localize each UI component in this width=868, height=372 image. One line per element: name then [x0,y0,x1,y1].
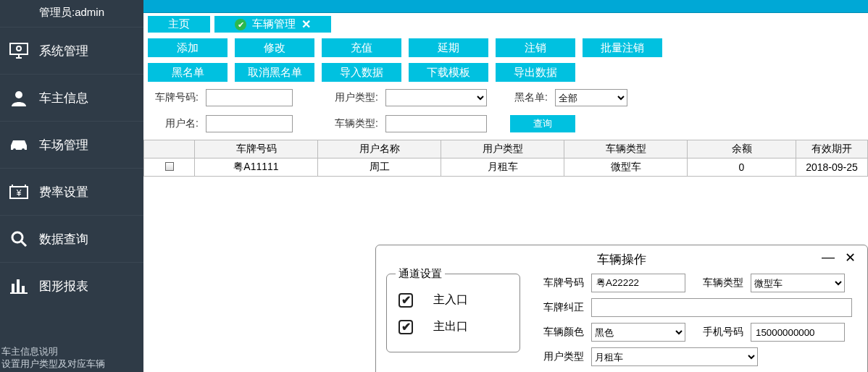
cancel-button[interactable]: 注销 [496,38,575,57]
sidebar-item-parking[interactable]: 车场管理 [0,121,143,168]
vehicle-type-input[interactable] [385,115,487,132]
car-icon [9,136,29,153]
plate-label: 车牌号码: [151,91,201,104]
sidebar-item-system[interactable]: 系统管理 [0,27,143,74]
cell-valid: 2018-09-25 [796,158,868,177]
dlg-correct-input[interactable] [591,298,852,317]
recharge-button[interactable]: 充值 [322,38,401,57]
dlg-vtype-select[interactable]: 微型车 [751,274,845,292]
chart-icon [9,277,29,295]
cell-user: 周工 [318,158,441,177]
download-template-button[interactable]: 下载模板 [409,63,488,82]
row-select-cell[interactable] [144,158,195,177]
batch-cancel-button[interactable]: 批量注销 [583,38,662,57]
tab-home[interactable]: 主页 [148,16,210,33]
import-button[interactable]: 导入数据 [322,63,401,82]
monitor-icon [9,42,29,59]
dlg-vtype-label: 车辆类型 [693,276,743,289]
content-area: 主页 ✔ 车辆管理 ✕ 添加 修改 充值 延期 注销 批量注销 黑名单 取消黑名… [143,13,868,372]
sidebar-item-owner[interactable]: 车主信息 [0,74,143,121]
svg-point-11 [12,232,22,242]
svg-text:¥: ¥ [16,188,22,198]
sidebar-item-query[interactable]: 数据查询 [0,215,143,262]
sidebar-item-label: 系统管理 [39,43,88,59]
close-icon[interactable]: ✕ [845,250,856,266]
plate-input[interactable] [206,89,293,106]
svg-point-1 [17,46,21,51]
sidebar: 管理员:admin 系统管理 车主信息 车场管理 ¥ 费率设置 数据查询 图形报… [0,0,143,372]
tabs-row: 主页 ✔ 车辆管理 ✕ [143,13,868,35]
dialog-title: 车辆操作 [597,253,646,266]
dlg-utype-select[interactable]: 月租车 [591,347,758,366]
dlg-phone-input[interactable] [751,323,845,342]
remove-blacklist-button[interactable]: 取消黑名单 [235,63,314,82]
dlg-plate-input[interactable] [591,274,685,292]
col-valid: 有效期开 [796,140,868,158]
svg-rect-16 [22,286,25,292]
checkbox-out[interactable]: ✔ [398,320,413,334]
svg-point-5 [13,148,16,151]
user-type-label: 用户类型: [330,91,381,104]
vehicle-op-dialog: 车辆操作 — ✕ 通道设置 ✔ 主入口 ✔ 主出口 [375,245,868,372]
blacklist-button[interactable]: 黑名单 [148,63,228,82]
export-button[interactable]: 导出数据 [496,63,575,82]
user-type-select[interactable] [385,89,487,106]
dlg-utype-label: 用户类型 [533,350,584,363]
edit-button[interactable]: 修改 [235,38,314,57]
action-row-2: 黑名单 取消黑名单 导入数据 下载模板 导出数据 [143,60,868,85]
minimize-icon[interactable]: — [822,250,835,266]
dlg-plate-label: 车牌号码 [533,276,584,289]
channel-title: 通道设置 [396,267,445,281]
svg-rect-14 [12,284,14,292]
sidebar-item-label: 车主信息 [39,90,88,106]
dlg-phone-label: 手机号码 [693,326,743,339]
svg-rect-13 [10,292,28,294]
svg-line-12 [21,241,26,246]
row-checkbox[interactable] [165,162,174,171]
sidebar-item-rate[interactable]: ¥ 费率设置 [0,168,143,215]
col-utype: 用户类型 [441,140,564,158]
sidebar-footer: 车主信息说明 设置用户类型及对应车辆 [0,344,107,372]
channel-in-label: 主入口 [433,292,468,308]
add-button[interactable]: 添加 [148,38,228,57]
tab-vehicle-mgmt[interactable]: ✔ 车辆管理 ✕ [214,16,331,33]
svg-point-6 [22,148,25,151]
channel-out-row[interactable]: ✔ 主出口 [396,313,511,340]
filter-row-1: 车牌号码: 用户类型: 黑名单: 全部 [143,85,868,111]
dlg-correct-label: 车牌纠正 [533,301,584,314]
filter-row-2: 用户名: 车辆类型: 查询 [143,111,868,137]
username-input[interactable] [206,115,293,132]
dialog-form: 车牌号码 车辆类型 微型车 车牌纠正 车辆颜色 黑色 手机号码 用户类型 [533,274,857,372]
channel-in-row[interactable]: ✔ 主入口 [396,287,511,313]
footer-line1: 车主信息说明 [1,346,105,358]
blacklist-label: 黑名单: [510,91,551,104]
checkbox-in[interactable]: ✔ [398,293,413,308]
cell-plate: 粤A11111 [195,158,318,177]
dialog-title-row: 车辆操作 — ✕ [386,250,857,274]
blacklist-select[interactable]: 全部 [555,89,627,106]
username-label: 用户名: [151,117,201,130]
col-select [144,140,195,158]
tab-label: 主页 [168,17,190,31]
query-button[interactable]: 查询 [510,115,575,132]
table-row[interactable]: 粤A11111 周工 月租车 微型车 0 2018-09-25 [144,158,868,177]
vehicle-type-label: 车辆类型: [330,117,381,130]
col-vtype: 车辆类型 [564,140,688,158]
extend-button[interactable]: 延期 [409,38,488,57]
grid-header-row: 车牌号码 用户名称 用户类型 车辆类型 余额 有效期开 [144,140,868,158]
sidebar-item-label: 数据查询 [39,231,88,248]
svg-rect-0 [10,43,28,54]
action-row-1: 添加 修改 充值 延期 注销 批量注销 [143,35,868,60]
dlg-color-label: 车辆颜色 [533,326,584,339]
footer-line2: 设置用户类型及对应车辆 [1,358,105,371]
user-icon [9,89,29,106]
cell-vtype: 微型车 [564,158,688,177]
col-balance: 余额 [688,140,796,158]
close-tab-icon[interactable]: ✕ [301,17,311,31]
search-icon [9,230,29,248]
tab-label: 车辆管理 [252,17,296,31]
sidebar-item-label: 车场管理 [39,137,88,153]
sidebar-item-chart[interactable]: 图形报表 [0,262,143,309]
grid: 车牌号码 用户名称 用户类型 车辆类型 余额 有效期开 粤A11111 周工 月… [143,140,868,177]
dlg-color-select[interactable]: 黑色 [591,323,685,342]
